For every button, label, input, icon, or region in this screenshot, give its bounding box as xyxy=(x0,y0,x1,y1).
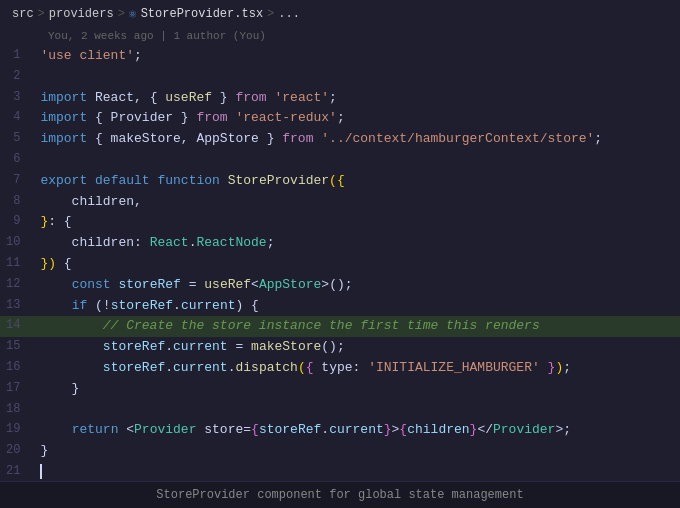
line-number: 13 xyxy=(0,296,36,317)
line-number: 17 xyxy=(0,379,36,400)
table-row: 11}) { xyxy=(0,254,680,275)
line-code xyxy=(36,150,680,171)
line-number: 20 xyxy=(0,441,36,462)
line-number: 11 xyxy=(0,254,36,275)
breadcrumb-src[interactable]: src xyxy=(12,7,34,21)
table-row: 7export default function StoreProvider({ xyxy=(0,171,680,192)
file-icon: ⚛ xyxy=(129,6,137,22)
line-number: 8 xyxy=(0,192,36,213)
breadcrumb-ellipsis: ... xyxy=(278,7,300,21)
code-editor: 1'use client';2 3import React, { useRef … xyxy=(0,46,680,481)
breadcrumb-providers[interactable]: providers xyxy=(49,7,114,21)
breadcrumb-filename[interactable]: StoreProvider.tsx xyxy=(141,7,263,21)
line-number: 9 xyxy=(0,212,36,233)
table-row: 12 const storeRef = useRef<AppStore>(); xyxy=(0,275,680,296)
line-code: }: { xyxy=(36,212,680,233)
table-row: 16 storeRef.current.dispatch({ type: 'IN… xyxy=(0,358,680,379)
table-row: 1'use client'; xyxy=(0,46,680,67)
line-code xyxy=(36,462,680,481)
breadcrumb-sep-1: > xyxy=(38,7,45,21)
line-number: 19 xyxy=(0,420,36,441)
table-row: 19 return <Provider store={storeRef.curr… xyxy=(0,420,680,441)
table-row: 15 storeRef.current = makeStore(); xyxy=(0,337,680,358)
line-number: 18 xyxy=(0,400,36,421)
line-code: // Create the store instance the first t… xyxy=(36,316,680,337)
line-code: children, xyxy=(36,192,680,213)
line-number: 3 xyxy=(0,88,36,109)
table-row: 21 xyxy=(0,462,680,481)
line-number: 14 xyxy=(0,316,36,337)
line-number: 15 xyxy=(0,337,36,358)
git-blame-line: You, 2 weeks ago | 1 author (You) xyxy=(0,28,680,46)
code-lines: 1'use client';2 3import React, { useRef … xyxy=(0,46,680,481)
line-number: 4 xyxy=(0,108,36,129)
line-code: } xyxy=(36,441,680,462)
line-code: if (!storeRef.current) { xyxy=(36,296,680,317)
table-row: 9}: { xyxy=(0,212,680,233)
line-number: 10 xyxy=(0,233,36,254)
table-row: 3import React, { useRef } from 'react'; xyxy=(0,88,680,109)
line-number: 21 xyxy=(0,462,36,481)
table-row: 17 } xyxy=(0,379,680,400)
line-code: storeRef.current.dispatch({ type: 'INITI… xyxy=(36,358,680,379)
line-number: 16 xyxy=(0,358,36,379)
line-code: children: React.ReactNode; xyxy=(36,233,680,254)
line-code: } xyxy=(36,379,680,400)
line-code: import { makeStore, AppStore } from '../… xyxy=(36,129,680,150)
table-row: 4import { Provider } from 'react-redux'; xyxy=(0,108,680,129)
table-row: 5import { makeStore, AppStore } from '..… xyxy=(0,129,680,150)
table-row: 8 children, xyxy=(0,192,680,213)
table-row: 20} xyxy=(0,441,680,462)
table-row: 2 xyxy=(0,67,680,88)
line-number: 7 xyxy=(0,171,36,192)
table-row: 14 // Create the store instance the firs… xyxy=(0,316,680,337)
table-row: 6 xyxy=(0,150,680,171)
line-code: import { Provider } from 'react-redux'; xyxy=(36,108,680,129)
status-bar: StoreProvider component for global state… xyxy=(0,481,680,508)
line-code: import React, { useRef } from 'react'; xyxy=(36,88,680,109)
line-code xyxy=(36,67,680,88)
table-row: 13 if (!storeRef.current) { xyxy=(0,296,680,317)
line-code: export default function StoreProvider({ xyxy=(36,171,680,192)
line-code: storeRef.current = makeStore(); xyxy=(36,337,680,358)
line-code: 'use client'; xyxy=(36,46,680,67)
breadcrumb: src > providers > ⚛ StoreProvider.tsx > … xyxy=(0,0,680,28)
line-number: 12 xyxy=(0,275,36,296)
line-number: 2 xyxy=(0,67,36,88)
line-code: return <Provider store={storeRef.current… xyxy=(36,420,680,441)
line-code: const storeRef = useRef<AppStore>(); xyxy=(36,275,680,296)
line-number: 6 xyxy=(0,150,36,171)
table-row: 18 xyxy=(0,400,680,421)
line-number: 1 xyxy=(0,46,36,67)
table-row: 10 children: React.ReactNode; xyxy=(0,233,680,254)
git-blame-text: You, 2 weeks ago | 1 author (You) xyxy=(48,30,266,42)
line-code xyxy=(36,400,680,421)
status-text: StoreProvider component for global state… xyxy=(156,488,523,502)
breadcrumb-sep-3: > xyxy=(267,7,274,21)
breadcrumb-sep-2: > xyxy=(118,7,125,21)
line-code: }) { xyxy=(36,254,680,275)
line-number: 5 xyxy=(0,129,36,150)
